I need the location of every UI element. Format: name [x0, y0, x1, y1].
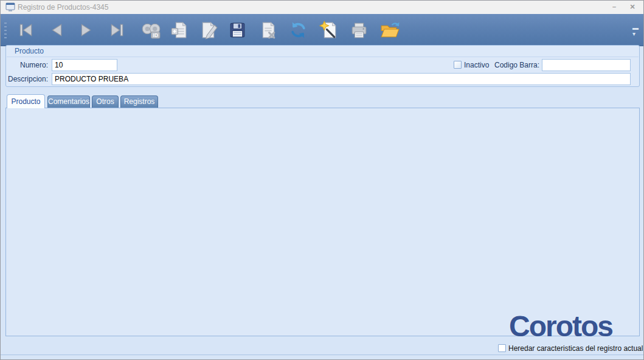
descripcion-label: Descripcion: — [7, 73, 48, 85]
open-folder-icon — [379, 20, 400, 40]
minimize-button[interactable]: – — [606, 2, 623, 12]
codigo-barra-input[interactable] — [542, 60, 630, 71]
inactivo-label: Inactivo — [464, 59, 489, 71]
numero-label: Numero: — [13, 59, 48, 71]
tab-registros[interactable]: Registros — [120, 95, 158, 108]
svg-text:ID: ID — [153, 33, 158, 38]
tab-page-producto — [5, 108, 640, 336]
producto-group-title: Producto — [15, 47, 44, 55]
search-by-id-icon: ID — [141, 20, 161, 40]
heredar-checkbox[interactable] — [498, 344, 506, 352]
refresh-icon — [288, 20, 308, 40]
next-record-icon — [77, 20, 97, 40]
tab-otros[interactable]: Otros — [92, 95, 119, 108]
wizard-button[interactable] — [314, 16, 342, 44]
footer-divider — [1, 355, 643, 355]
previous-record-button[interactable] — [42, 16, 70, 44]
descripcion-field[interactable] — [52, 73, 631, 85]
codigo-barra-field[interactable] — [542, 59, 631, 71]
app-icon — [5, 2, 15, 12]
numero-input[interactable] — [52, 60, 117, 71]
edit-record-button[interactable] — [194, 16, 222, 44]
first-record-button[interactable] — [12, 16, 40, 44]
tab-producto[interactable]: Producto — [7, 94, 45, 108]
heredar-label: Heredar caracteristicas del registro act… — [508, 342, 644, 355]
tab-comentarios[interactable]: Comentarios — [47, 95, 90, 108]
close-button[interactable]: ✕ — [624, 2, 641, 12]
print-icon — [349, 20, 369, 40]
wizard-icon — [319, 20, 339, 40]
toolbar-overflow-icon[interactable]: ▬▾ — [632, 25, 639, 37]
numero-field[interactable] — [52, 59, 117, 71]
open-folder-button[interactable] — [375, 16, 403, 44]
last-record-button[interactable] — [103, 16, 131, 44]
codigo-barra-label: Codigo Barra: — [494, 59, 539, 71]
new-record-button[interactable] — [165, 16, 193, 44]
print-button[interactable] — [345, 16, 373, 44]
edit-record-icon — [198, 20, 218, 40]
delete-record-button[interactable] — [254, 16, 282, 44]
refresh-button[interactable] — [284, 16, 312, 44]
title-bar: Registro de Productos-4345 – ✕ — [1, 1, 643, 14]
descripcion-input[interactable] — [52, 74, 630, 85]
search-by-id-button[interactable]: ID — [137, 16, 165, 44]
new-record-icon — [169, 20, 189, 40]
product-registration-window: Registro de Productos-4345 – ✕ ID — [0, 0, 644, 360]
toolbar: ID — [1, 14, 643, 46]
window-title: Registro de Productos-4345 — [18, 3, 108, 12]
inactivo-checkbox[interactable] — [454, 61, 462, 69]
delete-record-icon — [258, 20, 278, 40]
first-record-icon — [16, 20, 36, 40]
save-record-icon — [227, 20, 248, 40]
next-record-button[interactable] — [72, 16, 100, 44]
previous-record-icon — [46, 20, 66, 40]
last-record-icon — [107, 20, 127, 40]
group-divider — [7, 57, 639, 57]
save-record-button[interactable] — [223, 16, 251, 44]
toolbar-grip[interactable] — [4, 22, 7, 38]
